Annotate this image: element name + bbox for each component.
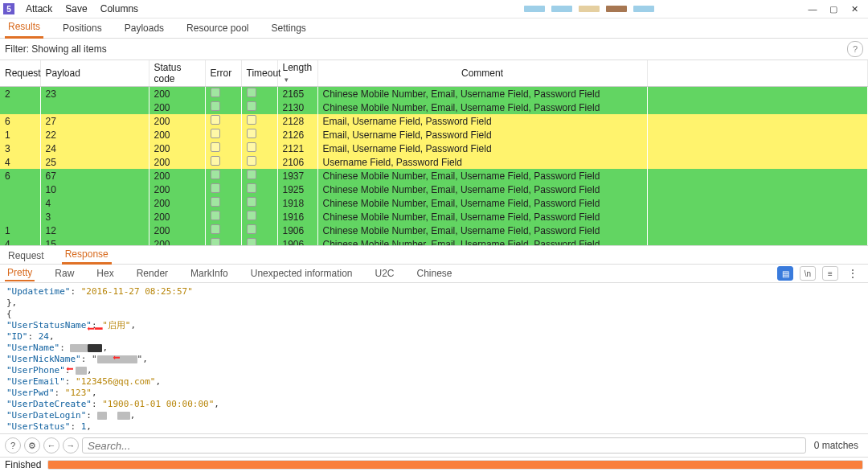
title-bar: 5 Attack Save Columns — ▢ ✕ bbox=[0, 0, 868, 18]
taskbar-hint bbox=[606, 6, 627, 12]
search-settings-icon[interactable]: ⚙ bbox=[24, 437, 40, 454]
col-request[interactable]: Request bbox=[0, 60, 40, 87]
checkbox-icon bbox=[211, 183, 220, 193]
status-label: Finished bbox=[5, 459, 41, 470]
table-row[interactable]: 1122001906Chinese Mobile Number, Email, … bbox=[0, 224, 868, 237]
field-username: "UserName" bbox=[6, 343, 59, 353]
checkbox-icon bbox=[211, 170, 220, 179]
checkbox-icon bbox=[211, 142, 220, 152]
checkbox-icon bbox=[211, 238, 220, 246]
menu-columns[interactable]: Columns bbox=[94, 2, 145, 16]
response-editor[interactable]: "Updatetime": "2016-11-27 08:25:57" }, {… bbox=[0, 283, 868, 433]
checkbox-icon bbox=[211, 224, 220, 234]
col-error[interactable]: Error bbox=[205, 60, 241, 87]
minimize-button[interactable]: — bbox=[802, 1, 823, 17]
checkbox-icon bbox=[247, 170, 256, 179]
checkbox-icon bbox=[211, 129, 220, 138]
search-match-count: 0 matches bbox=[809, 440, 863, 451]
table-row[interactable]: 2232002165Chinese Mobile Number, Email, … bbox=[0, 87, 868, 101]
tab-response[interactable]: Response bbox=[62, 246, 112, 265]
checkbox-icon bbox=[211, 197, 220, 207]
tab-settings[interactable]: Settings bbox=[268, 19, 309, 38]
menu-save[interactable]: Save bbox=[59, 2, 93, 16]
table-row[interactable]: 1222002126Email, Username Field, Passwor… bbox=[0, 128, 868, 142]
annotation-arrow: ⬅ bbox=[66, 363, 74, 375]
checkbox-icon bbox=[247, 211, 256, 220]
checkbox-icon bbox=[211, 211, 220, 220]
taskbar-hint bbox=[524, 6, 545, 12]
checkbox-icon bbox=[247, 101, 256, 111]
field-usernickname: "UserNickName" bbox=[6, 354, 81, 364]
field-userdatelogin: "UserDateLogin" bbox=[6, 410, 86, 421]
checkbox-icon bbox=[247, 142, 256, 152]
table-row[interactable]: 102001925Chinese Mobile Number, Email, U… bbox=[0, 183, 868, 196]
checkbox-icon bbox=[211, 156, 220, 166]
table-row[interactable]: 6672001937Chinese Mobile Number, Email, … bbox=[0, 169, 868, 183]
table-row[interactable]: 4152001906Chinese Mobile Number, Email, … bbox=[0, 237, 868, 246]
taskbar-hint bbox=[579, 6, 600, 12]
field-updatetime: "Updatetime" bbox=[6, 286, 70, 297]
app-icon: 5 bbox=[3, 3, 14, 14]
view-pretty[interactable]: Pretty bbox=[5, 265, 35, 281]
col-timeout[interactable]: Timeout bbox=[241, 60, 277, 87]
view-tabs: Pretty Raw Hex Render MarkInfo Unexpecte… bbox=[0, 265, 868, 283]
checkbox-icon bbox=[247, 224, 256, 234]
table-row[interactable]: 3242002121Email, Username Field, Passwor… bbox=[0, 142, 868, 155]
checkbox-icon bbox=[247, 88, 256, 97]
progress-bar bbox=[47, 460, 863, 470]
close-button[interactable]: ✕ bbox=[844, 1, 865, 17]
field-userphone: "UserPhone" bbox=[6, 365, 65, 376]
col-payload[interactable]: Payload bbox=[40, 60, 149, 87]
field-userpwd: "UserPwd" bbox=[6, 388, 55, 398]
view-chinese[interactable]: Chinese bbox=[415, 266, 455, 281]
col-status[interactable]: Status code bbox=[149, 60, 205, 87]
checkbox-icon bbox=[247, 115, 256, 125]
filter-text: Filter: Showing all items bbox=[5, 43, 107, 55]
search-bar: ? ⚙ ← → 0 matches bbox=[0, 433, 868, 457]
field-id: "ID" bbox=[6, 331, 28, 342]
view-hex[interactable]: Hex bbox=[94, 266, 116, 281]
tab-positions[interactable]: Positions bbox=[59, 19, 105, 38]
table-row[interactable]: 4252002106Username Field, Password Field bbox=[0, 155, 868, 169]
view-render[interactable]: Render bbox=[134, 266, 170, 281]
view-markinfo[interactable]: MarkInfo bbox=[188, 266, 231, 281]
sort-desc-icon: ▾ bbox=[285, 76, 289, 84]
search-help-icon[interactable]: ? bbox=[5, 437, 21, 454]
layout-rows-icon[interactable]: ≡ bbox=[822, 266, 838, 281]
tab-payloads[interactable]: Payloads bbox=[121, 19, 167, 38]
rr-tabs: Request Response bbox=[0, 246, 868, 265]
help-icon[interactable]: ? bbox=[847, 41, 863, 57]
view-unexpected[interactable]: Unexpected information bbox=[248, 266, 355, 281]
taskbar-hint bbox=[551, 6, 572, 12]
results-table[interactable]: Request Payload Status code Error Timeou… bbox=[0, 60, 868, 246]
col-length[interactable]: Length▾ bbox=[277, 60, 317, 87]
main-tabs: Results Positions Payloads Resource pool… bbox=[0, 18, 868, 39]
table-row[interactable]: 42001918Chinese Mobile Number, Email, Us… bbox=[0, 196, 868, 210]
checkbox-icon bbox=[211, 101, 220, 111]
layout-columns-icon[interactable]: ▤ bbox=[777, 266, 793, 281]
search-next-icon[interactable]: → bbox=[63, 437, 79, 454]
more-options-icon[interactable]: ⋮ bbox=[845, 265, 862, 281]
field-userstatus: "UserStatus" bbox=[6, 421, 70, 432]
maximize-button[interactable]: ▢ bbox=[823, 1, 844, 17]
search-prev-icon[interactable]: ← bbox=[43, 437, 59, 454]
field-userstatusname: "UserStatusName" bbox=[6, 320, 92, 330]
checkbox-icon bbox=[211, 88, 220, 97]
view-raw[interactable]: Raw bbox=[52, 266, 76, 281]
word-wrap-icon[interactable]: \n bbox=[800, 266, 816, 281]
tab-results[interactable]: Results bbox=[5, 18, 43, 39]
menu-attack[interactable]: Attack bbox=[19, 2, 59, 16]
tab-request[interactable]: Request bbox=[5, 248, 47, 264]
search-input[interactable] bbox=[82, 437, 806, 454]
field-userdatecreate: "UserDateCreate" bbox=[6, 399, 92, 409]
col-comment[interactable]: Comment bbox=[317, 60, 647, 87]
status-bar: Finished bbox=[0, 457, 868, 472]
tab-resource[interactable]: Resource pool bbox=[183, 19, 252, 38]
view-u2c[interactable]: U2C bbox=[373, 266, 397, 281]
table-row[interactable]: 6272002128Email, Username Field, Passwor… bbox=[0, 114, 868, 128]
filter-bar[interactable]: Filter: Showing all items ? bbox=[0, 39, 868, 60]
checkbox-icon bbox=[247, 129, 256, 138]
table-row[interactable]: 32001916Chinese Mobile Number, Email, Us… bbox=[0, 210, 868, 224]
table-row[interactable]: 2002130Chinese Mobile Number, Email, Use… bbox=[0, 101, 868, 114]
field-useremail: "UserEmail" bbox=[6, 376, 65, 387]
